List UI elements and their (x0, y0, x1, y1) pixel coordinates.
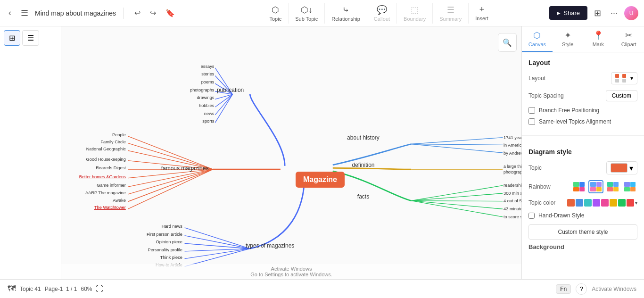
tool-topic[interactable]: ⬡ Topic (263, 3, 289, 24)
svg-line-15 (411, 201, 503, 209)
custom-theme-button[interactable]: Custom theme style (528, 224, 637, 240)
svg-text:300 mln subscribers in 2009: 300 mln subscribers in 2009 (504, 191, 521, 196)
layout-selector[interactable]: ▾ (611, 72, 637, 84)
svg-line-17 (185, 228, 250, 248)
tab-style[interactable]: ✦ Style (553, 26, 583, 52)
right-panel: ⬡ Canvas ✦ Style 📍 Mark ✂ Clipart Layout… (521, 26, 644, 279)
layout-grid-icon (615, 74, 628, 83)
redo-button[interactable]: ↪ (147, 7, 159, 19)
left-panel: ⊞ ☰ (0, 26, 61, 279)
tool-relationship[interactable]: ⤷ Relationship (325, 3, 367, 24)
toolbar-center: ⬡ Topic ⬡↓ Sub Topic ⤷ Relationship 💬 Ca… (208, 3, 549, 24)
rainbow-options (571, 180, 637, 193)
svg-line-23 (128, 136, 213, 169)
bottom-bar-right: Fn ? Activate Windows (556, 283, 636, 295)
tool-insert[interactable]: + Insert (469, 3, 495, 23)
svg-text:types of magazines: types of magazines (246, 242, 294, 249)
svg-line-16 (411, 201, 503, 217)
color-swatch-1[interactable] (567, 199, 575, 207)
svg-line-12 (411, 185, 503, 200)
tool-boundary[interactable]: ⬚ Boundary (397, 3, 433, 24)
menu-button[interactable]: ☰ (18, 6, 31, 20)
tab-mark[interactable]: 📍 Mark (583, 26, 614, 52)
activate-message: Activate Windows (592, 286, 636, 292)
tab-clipart[interactable]: ✂ Clipart (613, 26, 644, 52)
diagram-style-section: Diagram style Topic ▾ Rainbow (522, 141, 644, 243)
svg-text:a large thin book with a paper: a large thin book with a paper cover tha… (504, 164, 521, 169)
svg-text:Think piece: Think piece (160, 255, 182, 260)
bottom-bar-left: 🗺 Topic 41 Page-1 1 / 1 60% ⛶ (8, 284, 103, 294)
tool-subtopic[interactable]: ⬡↓ Sub Topic (289, 3, 325, 24)
svg-line-13 (411, 193, 503, 201)
svg-text:about history: about history (347, 134, 380, 141)
svg-text:by Andrew Bradford: by Andrew Bradford (504, 151, 521, 156)
tool-summary[interactable]: ☰ Summary (433, 3, 469, 24)
rainbow-option-4[interactable] (622, 180, 637, 193)
bottom-bar: 🗺 Topic 41 Page-1 1 / 1 60% ⛶ Fn ? Activ… (0, 279, 644, 298)
toolbar-right: ▶ Share ⊞ ··· U (549, 6, 638, 20)
mindmap-svg: publication about history definition fac… (61, 26, 521, 279)
undo-button[interactable]: ↩ (132, 7, 143, 19)
canvas-area[interactable]: 🔍 (61, 26, 521, 279)
list-view-button[interactable]: ☰ (22, 30, 39, 46)
rainbow-option-2[interactable] (588, 180, 603, 193)
background-section: Background (522, 243, 644, 254)
page-info: Page-1 1 / 1 (45, 286, 77, 292)
save-button[interactable]: 🔖 (163, 7, 178, 19)
help-button[interactable]: ? (576, 283, 587, 295)
grid-view-button[interactable]: ⊞ (4, 30, 20, 46)
svg-text:sports: sports (202, 119, 215, 124)
color-swatch-8[interactable] (627, 199, 634, 207)
branch-free-row: Branch Free Positioning (528, 107, 637, 114)
branch-free-checkbox[interactable] (528, 107, 535, 114)
color-swatch-5[interactable] (601, 199, 609, 207)
fullscreen-button[interactable]: ⛶ (96, 285, 103, 293)
svg-text:1741 year: 1741 year (504, 135, 521, 140)
center-topic[interactable]: Magazine (296, 172, 345, 188)
rainbow-option-1[interactable] (571, 180, 586, 193)
fn-button[interactable]: Fn (556, 284, 571, 294)
boundary-icon: ⬚ (411, 5, 419, 15)
more-button[interactable]: ··· (608, 6, 620, 20)
svg-text:AARP The magazine: AARP The magazine (85, 190, 126, 195)
svg-line-9 (411, 144, 503, 145)
topic-style-selector[interactable]: ▾ (606, 161, 637, 174)
topic-style-row: Topic ▾ (528, 161, 637, 174)
page-title: Mind map about magazines (35, 9, 116, 17)
background-title: Background (528, 243, 637, 250)
svg-text:National Geographic: National Geographic (86, 147, 126, 151)
topic-color-row: Topic color ▾ (528, 199, 637, 207)
svg-text:photographs: photographs (190, 88, 215, 92)
color-swatch-3[interactable] (584, 199, 592, 207)
summary-label: Summary (439, 16, 462, 22)
handdrawn-checkbox[interactable] (528, 213, 535, 219)
back-button[interactable]: ‹ (6, 6, 14, 20)
tab-canvas[interactable]: ⬡ Canvas (522, 26, 553, 52)
svg-line-32 (128, 169, 213, 209)
branch-free-label: Branch Free Positioning (539, 107, 599, 114)
color-swatch-2[interactable] (576, 199, 583, 207)
custom-badge-button[interactable]: Custom (606, 90, 637, 101)
color-swatch-7[interactable] (618, 199, 626, 207)
share-button[interactable]: ▶ Share (549, 6, 587, 20)
topic-spacing-label: Topic Spacing (528, 92, 564, 99)
rainbow-option-3[interactable] (605, 180, 620, 193)
svg-line-30 (128, 169, 213, 194)
grid-button[interactable]: ⊞ (591, 6, 604, 20)
svg-text:definition: definition (352, 162, 374, 168)
color-swatch-6[interactable] (610, 199, 617, 207)
same-level-checkbox[interactable] (528, 118, 535, 125)
callout-label: Callout (374, 16, 390, 22)
topic-spacing-row: Topic Spacing Custom (528, 90, 637, 101)
svg-text:poems: poems (201, 80, 215, 84)
view-toggle: ⊞ ☰ (4, 30, 57, 46)
color-swatch-4[interactable] (593, 199, 600, 207)
tool-callout[interactable]: 💬 Callout (367, 3, 397, 24)
activate-title: Activate Windows (271, 266, 312, 272)
svg-text:facts: facts (357, 193, 369, 200)
color-arrow[interactable]: ▾ (635, 200, 637, 206)
svg-text:famous magazines: famous magazines (161, 165, 209, 172)
map-icon[interactable]: 🗺 (8, 284, 16, 294)
svg-text:drawings: drawings (197, 95, 214, 100)
svg-text:Awake: Awake (113, 198, 126, 203)
